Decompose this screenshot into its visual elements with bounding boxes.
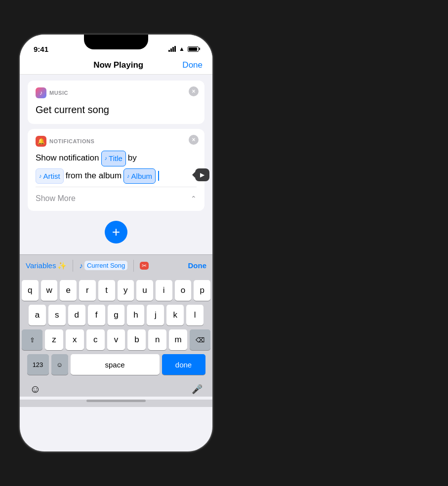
keyboard-row-bottom: 123 ☺ space done bbox=[22, 354, 210, 375]
variables-label: Variables bbox=[26, 261, 56, 270]
key-z[interactable]: z bbox=[45, 329, 63, 350]
add-button-container: + bbox=[28, 216, 204, 248]
key-t[interactable]: t bbox=[98, 280, 115, 301]
music-card-header: ♪ MUSIC bbox=[36, 87, 197, 98]
key-c[interactable]: c bbox=[86, 329, 105, 350]
key-space[interactable]: space bbox=[71, 354, 160, 375]
notif-second-line: ♪ Artist from the album ♪ Album bbox=[36, 168, 197, 184]
notif-card-close-button[interactable]: × bbox=[189, 135, 199, 145]
key-n[interactable]: n bbox=[148, 329, 166, 350]
key-b[interactable]: b bbox=[127, 329, 146, 350]
key-q[interactable]: q bbox=[22, 280, 39, 301]
album-token[interactable]: ♪ Album bbox=[123, 168, 156, 184]
music-note-icon: ♪ bbox=[79, 261, 83, 270]
from-text: from the album bbox=[66, 169, 122, 183]
status-time: 9:41 bbox=[34, 45, 48, 53]
show-more-label: Show More bbox=[36, 194, 76, 203]
music-card-close-button[interactable]: × bbox=[189, 86, 199, 96]
key-done[interactable]: done bbox=[162, 354, 205, 375]
key-123[interactable]: 123 bbox=[27, 354, 49, 375]
signal-icon bbox=[168, 46, 176, 52]
key-w[interactable]: w bbox=[41, 280, 58, 301]
shortcuts-icon-item[interactable]: ✂ bbox=[140, 262, 149, 270]
magic-wand-icon: ✨ bbox=[57, 261, 67, 270]
chevron-up-icon: ⌃ bbox=[191, 195, 197, 202]
key-o[interactable]: o bbox=[175, 280, 192, 301]
key-k[interactable]: k bbox=[166, 305, 184, 325]
key-backspace[interactable]: ⌫ bbox=[190, 329, 210, 350]
tooltip-popup: ▶ bbox=[195, 168, 209, 181]
status-icons: ▲ bbox=[168, 45, 199, 52]
home-indicator bbox=[86, 400, 146, 402]
notif-card-header: 🔔 NOTIFICATIONS bbox=[36, 136, 197, 147]
key-l[interactable]: l bbox=[186, 305, 204, 325]
bottom-icons-row: ☺ 🎤 bbox=[20, 381, 212, 397]
music-card: ♪ MUSIC × Get current song bbox=[28, 81, 204, 124]
music-icon: ♪ bbox=[36, 87, 46, 98]
notif-card-body: Show notification ♪ Title by bbox=[36, 151, 197, 166]
key-m[interactable]: m bbox=[169, 329, 187, 350]
keyboard-row-2: a s d f g h j k l bbox=[22, 305, 210, 325]
artist-token[interactable]: ♪ Artist bbox=[36, 168, 64, 184]
toolbar-separator1 bbox=[73, 260, 73, 272]
keyboard-row-1: q w e r t y u i o p bbox=[22, 280, 210, 301]
add-action-button[interactable]: + bbox=[105, 221, 127, 243]
key-r[interactable]: r bbox=[79, 280, 96, 301]
emoji-icon[interactable]: ☺ bbox=[30, 383, 41, 396]
key-v[interactable]: v bbox=[107, 329, 125, 350]
nav-done-button[interactable]: Done bbox=[182, 60, 203, 70]
current-song-badge: Current Song bbox=[84, 261, 127, 270]
title-token[interactable]: ♪ Title bbox=[101, 151, 126, 166]
key-a[interactable]: a bbox=[29, 305, 46, 325]
music-card-label: MUSIC bbox=[49, 90, 68, 96]
keyboard-toolbar: Variables ✨ ♪ Current Song ✂ Done bbox=[20, 254, 212, 276]
key-y[interactable]: y bbox=[118, 280, 134, 301]
key-f[interactable]: f bbox=[88, 305, 105, 325]
nav-title: Now Playing bbox=[93, 60, 143, 70]
key-j[interactable]: j bbox=[147, 305, 164, 325]
notif-card: 🔔 NOTIFICATIONS × Show notification ♪ Ti… bbox=[28, 129, 204, 211]
current-song-toolbar-item[interactable]: ♪ Current Song bbox=[79, 261, 127, 270]
phone-notch bbox=[84, 35, 148, 49]
show-notification-text: Show notification bbox=[36, 151, 99, 165]
wifi-icon: ▲ bbox=[179, 45, 185, 52]
notif-card-label: NOTIFICATIONS bbox=[49, 138, 94, 144]
key-u[interactable]: u bbox=[136, 280, 153, 301]
show-more-row[interactable]: Show More ⌃ bbox=[36, 190, 197, 204]
key-g[interactable]: g bbox=[108, 305, 125, 325]
key-h[interactable]: h bbox=[127, 305, 144, 325]
key-s[interactable]: s bbox=[48, 305, 66, 325]
right-background bbox=[212, 0, 448, 486]
battery-icon bbox=[188, 46, 199, 52]
variables-toolbar-item[interactable]: Variables ✨ bbox=[26, 261, 67, 270]
text-cursor bbox=[158, 171, 159, 181]
divider bbox=[36, 187, 197, 187]
toolbar-separator2 bbox=[133, 260, 134, 272]
key-shift[interactable]: ⇧ bbox=[22, 329, 42, 350]
notif-icon: 🔔 bbox=[36, 136, 46, 147]
shortcuts-icon: ✂ bbox=[140, 262, 149, 270]
key-x[interactable]: x bbox=[66, 329, 84, 350]
key-i[interactable]: i bbox=[156, 280, 172, 301]
music-card-body: Get current song bbox=[36, 102, 197, 117]
nav-bar: Now Playing Done bbox=[20, 56, 212, 75]
key-p[interactable]: p bbox=[194, 280, 210, 301]
main-content: ♪ MUSIC × Get current song 🔔 NOTIFICATIO… bbox=[20, 75, 212, 254]
key-d[interactable]: d bbox=[68, 305, 85, 325]
keyboard-area: q w e r t y u i o p a s d f g h j k l ⇧ … bbox=[20, 276, 212, 381]
keyboard-row-3: ⇧ z x c v b n m ⌫ bbox=[22, 329, 210, 350]
key-emoji[interactable]: ☺ bbox=[51, 354, 68, 375]
toolbar-done-button[interactable]: Done bbox=[188, 261, 207, 270]
key-e[interactable]: e bbox=[60, 280, 77, 301]
by-text: by bbox=[128, 151, 137, 165]
microphone-icon[interactable]: 🎤 bbox=[192, 384, 203, 395]
